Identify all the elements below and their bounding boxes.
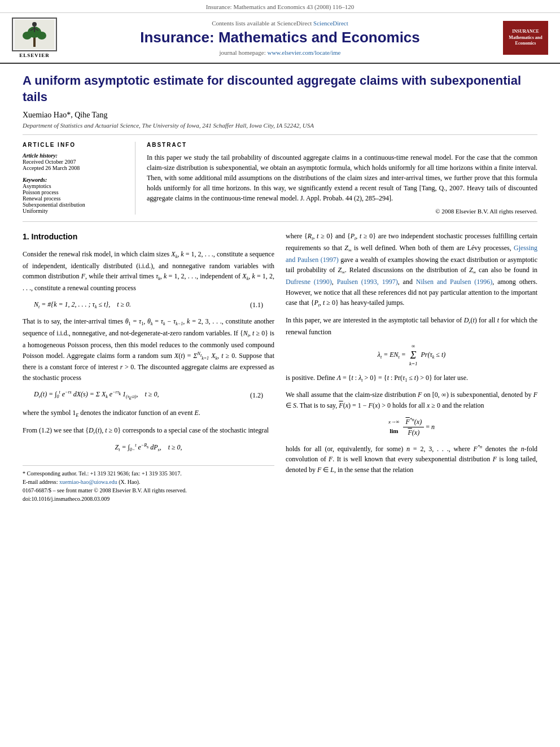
copyright: © 2008 Elsevier B.V. All rights reserved… (147, 208, 537, 215)
svg-point-5 (32, 22, 37, 27)
right-para4: We shall assume that the claim-size dist… (286, 390, 537, 410)
right-para5: holds for all (or, equivalently, for som… (286, 444, 537, 475)
lambda-equation: λt = ENt = ∞ Σ k=1 Pr(τk ≤ t) (286, 343, 537, 368)
authors: Xuemiao Hao*, Qihe Tang (23, 111, 537, 120)
journal-title-block: Contents lists available at ScienceDirec… (65, 20, 495, 55)
section-1-title: 1. Introduction (23, 231, 274, 243)
sciencedirect-link[interactable]: ScienceDirect (313, 20, 348, 27)
ref-gjessing[interactable]: Gjessing and Paulsen (1997) (286, 244, 537, 264)
intro-para1: Consider the renewal risk model, in whic… (23, 249, 274, 294)
keyword-3: Renewal process (23, 195, 126, 202)
ref-paulsen[interactable]: Paulsen (1993, 1997) (337, 278, 398, 286)
svg-point-3 (23, 32, 32, 40)
journal-homepage: journal homepage: www.elsevier.com/locat… (65, 49, 495, 56)
main-content: A uniform asymptotic estimate for discou… (0, 64, 560, 512)
accepted-date: Accepted 26 March 2008 (23, 165, 126, 171)
right-para3: is positive. Define Λ = {t : λt > 0} = {… (286, 373, 537, 385)
article-info: ARTICLE INFO Article history: Received O… (23, 142, 135, 215)
affiliation: Department of Statistics and Actuarial S… (23, 122, 537, 135)
elsevier-wordmark: ELSEVIER (19, 53, 50, 58)
keywords-label: Keywords: (23, 177, 126, 183)
article-info-heading: ARTICLE INFO (23, 142, 126, 148)
journal-citation: Insurance: Mathematics and Economics 43 … (0, 0, 560, 13)
indicator-para: where the symbol 1E denotes the indicato… (23, 408, 274, 420)
equation-1-1: Nt = #{k = 1, 2, . . . ; τk ≤ t}, t ≥ 0.… (34, 299, 263, 311)
keyword-5: Uniformity (23, 208, 126, 214)
insurance-logo: INSURANCE Mathematics and Economics (500, 21, 551, 55)
another-word: another (254, 317, 274, 325)
zt-equation: Zt = ∫0−t e−Rs dPs, t ≥ 0, (23, 442, 274, 454)
body-columns: 1. Introduction Consider the renewal ris… (23, 231, 537, 503)
intro-para2: That is to say, the inter-arrival times … (23, 316, 274, 383)
keyword-1: Asymptotics (23, 183, 126, 189)
citation-text: Insurance: Mathematics and Economics 43 … (206, 3, 354, 10)
email-label: E-mail address: (23, 479, 59, 485)
keywords-section: Keywords: Asymptotics Poisson process Re… (23, 177, 126, 214)
journal-header: ELSEVIER Contents lists available at Sci… (0, 13, 560, 64)
paper-title: A uniform asymptotic estimate for discou… (23, 73, 537, 105)
journal-name: Insurance: Mathematics and Economics (65, 29, 495, 46)
history-section: Article history: Received October 2007 A… (23, 152, 126, 171)
keyword-2: Poisson process (23, 189, 126, 195)
footnote-area: * Corresponding author. Tel.: +1 319 321… (23, 465, 274, 503)
sciencedirect-line: Contents lists available at ScienceDirec… (65, 20, 495, 27)
homepage-url[interactable]: www.elsevier.com/locate/ime (267, 49, 340, 56)
sciencedirect-text: Contents lists available at ScienceDirec… (212, 20, 312, 27)
ref-nilsen[interactable]: Nilsen and Paulsen (1996) (416, 278, 493, 286)
svg-rect-1 (33, 37, 36, 47)
article-meta-row: ARTICLE INFO Article history: Received O… (23, 142, 537, 222)
special-case-para: From (1.2) we see that {Dr(t), t ≥ 0} co… (23, 425, 274, 437)
right-para2: In this paper, we are interested in the … (286, 315, 537, 337)
elsevier-logo-box (12, 18, 57, 51)
left-column: 1. Introduction Consider the renewal ris… (23, 231, 274, 503)
ref-dufresne[interactable]: Dufresne (1990) (286, 278, 332, 286)
svg-point-4 (37, 32, 46, 40)
right-column: where {Rt, t ≥ 0} and {Pt, t ≥ 0} are tw… (286, 231, 537, 503)
elsevier-logo: ELSEVIER (9, 18, 60, 58)
keyword-4: Subexponential distribution (23, 202, 126, 208)
email-link[interactable]: xuemiao-hao@uiowa.edu (59, 479, 117, 485)
equation-1-2: Dr(t) = ∫0t e−rs dX(s) = Σ Xk e−rτk 1(τk… (34, 389, 263, 402)
abstract-text: In this paper we study the tail probabil… (147, 152, 537, 203)
issn-line: 0167-6687/$ – see front matter © 2008 El… (23, 486, 274, 495)
footnote-email: E-mail address: xuemiao-hao@uiowa.edu (X… (23, 478, 274, 486)
ins-logo-box: INSURANCE Mathematics and Economics (503, 21, 548, 55)
email-attribution: (X. Hao). (119, 479, 140, 485)
right-para1: where {Rt, t ≥ 0} and {Pt, t ≥ 0} are tw… (286, 231, 537, 309)
abstract-heading: ABSTRACT (147, 142, 537, 148)
footnote-star: * Corresponding author. Tel.: +1 319 321… (23, 469, 274, 478)
doi-line: doi:10.1016/j.insmatheco.2008.03.009 (23, 495, 274, 503)
received-date: Received October 2007 (23, 159, 126, 165)
homepage-label: journal homepage: (220, 49, 266, 56)
history-label: Article history: (23, 152, 126, 159)
lim-equation: x→∞ lim F*n(x) F(x) = n (286, 417, 537, 438)
abstract-block: ABSTRACT In this paper we study the tail… (147, 142, 537, 215)
